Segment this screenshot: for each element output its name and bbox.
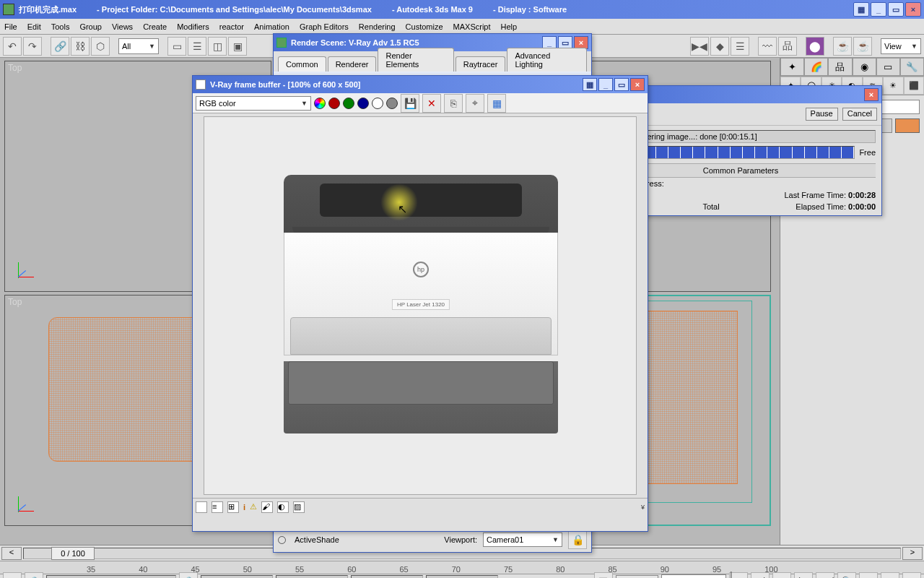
- tab-renderelements[interactable]: Render Elements: [378, 48, 453, 72]
- timeline-prev-button[interactable]: <: [1, 547, 22, 560]
- menu-edit[interactable]: Edit: [27, 22, 41, 31]
- vfb-warn-icon[interactable]: ⚠: [250, 502, 257, 512]
- dialog-minimize-button[interactable]: _: [598, 78, 613, 91]
- nav-zoom-icon[interactable]: 🔍: [837, 572, 856, 579]
- quick-render-button[interactable]: ☕: [853, 37, 872, 56]
- x-coord-input[interactable]: [201, 575, 273, 579]
- material-editor-button[interactable]: ⬤: [806, 37, 824, 56]
- object-color-swatch[interactable]: [895, 118, 920, 133]
- menu-group[interactable]: Group: [79, 22, 102, 31]
- vfb-tool-icon[interactable]: ⊞: [227, 501, 239, 513]
- cmd-cat-icon[interactable]: ⬛: [904, 77, 924, 95]
- vfb-titlebar[interactable]: V-Ray frame buffer - [100% of 600 x 500]…: [193, 76, 648, 93]
- track-mouse-button[interactable]: ⌖: [466, 94, 484, 113]
- app-close-button[interactable]: ×: [905, 2, 921, 17]
- viewport-lock-button[interactable]: 🔒: [568, 530, 587, 549]
- app-minimize-button[interactable]: _: [871, 2, 886, 17]
- link-button[interactable]: 🔗: [51, 37, 69, 56]
- vfb-grid-button[interactable]: ▦: [583, 78, 597, 91]
- autokey-button[interactable]: Auto Key: [616, 575, 658, 579]
- vfb-info-icon[interactable]: i: [243, 503, 245, 512]
- cmd-tab-hierarchy[interactable]: 品: [828, 58, 852, 76]
- render-scene-button[interactable]: ☕: [833, 37, 852, 56]
- save-image-button[interactable]: 💾: [401, 94, 419, 113]
- key-mode-dropdown[interactable]: Selected▼: [661, 574, 726, 579]
- clear-button[interactable]: ✕: [422, 94, 441, 113]
- dialog-maximize-button[interactable]: ▭: [614, 78, 629, 91]
- prev-frame-button[interactable]: ◀|: [751, 572, 770, 579]
- region-render-button[interactable]: ▦: [487, 94, 506, 113]
- cmd-tab-motion[interactable]: ◉: [853, 58, 876, 76]
- menu-rendering[interactable]: Rendering: [359, 22, 396, 31]
- viewport-dropdown[interactable]: Camera01▼: [483, 532, 562, 547]
- dialog-close-button[interactable]: ×: [630, 78, 645, 91]
- timeline-next-button[interactable]: >: [902, 547, 923, 560]
- cmd-tab-modify[interactable]: 🌈: [804, 58, 828, 76]
- vfb-tool-icon[interactable]: 🖌: [261, 501, 273, 513]
- undo-button[interactable]: ↶: [3, 37, 22, 56]
- time-slider-thumb[interactable]: 0 / 100: [51, 547, 95, 560]
- mono-channel-icon[interactable]: [386, 98, 398, 109]
- clone-button[interactable]: ⎘: [444, 94, 463, 113]
- goto-start-button[interactable]: |◀◀: [729, 572, 748, 579]
- alpha-channel-icon[interactable]: [372, 98, 383, 109]
- menu-file[interactable]: File: [4, 22, 17, 31]
- unlink-button[interactable]: ⛓: [71, 37, 90, 56]
- schematic-button[interactable]: 品: [778, 37, 797, 56]
- y-coord-input[interactable]: [276, 575, 348, 579]
- tab-adv-lighting[interactable]: Advanced Lighting: [507, 48, 587, 72]
- curve-editor-button[interactable]: 〰: [758, 37, 777, 56]
- next-frame-button[interactable]: |▶: [794, 572, 813, 579]
- tab-common[interactable]: Common: [278, 56, 326, 72]
- nav-region-icon[interactable]: ◫: [902, 572, 921, 579]
- lock-toggle[interactable]: 🔒: [25, 572, 43, 579]
- cmd-tab-create[interactable]: ✦: [780, 58, 804, 76]
- vfb-tool-icon[interactable]: ▨: [293, 501, 305, 513]
- play-button[interactable]: ▶: [772, 572, 791, 579]
- vfb-channel-dropdown[interactable]: RGB color▼: [196, 96, 311, 111]
- align-button[interactable]: ◆: [710, 37, 729, 56]
- tab-raytracer[interactable]: Raytracer: [456, 56, 506, 72]
- menu-reactor[interactable]: reactor: [219, 22, 244, 31]
- nav-zoomall-icon[interactable]: ⊡: [859, 572, 878, 579]
- z-coord-input[interactable]: [351, 575, 423, 579]
- menu-views[interactable]: Views: [112, 22, 133, 31]
- cmd-tab-display[interactable]: ▭: [876, 58, 900, 76]
- goto-end-button[interactable]: ▶▶|: [816, 572, 834, 579]
- menu-customize[interactable]: Customize: [406, 22, 443, 31]
- app-grid-button[interactable]: ▦: [853, 2, 869, 17]
- pause-button[interactable]: Pause: [806, 108, 838, 121]
- refcoord-dropdown[interactable]: View▼: [881, 38, 921, 54]
- menu-modifiers[interactable]: Modifiers: [177, 22, 209, 31]
- layers-button[interactable]: ☰: [731, 37, 749, 56]
- menu-animation[interactable]: Animation: [254, 22, 289, 31]
- app-maximize-button[interactable]: ▭: [888, 2, 904, 17]
- menu-grapheditors[interactable]: Graph Editors: [300, 22, 349, 31]
- menu-create[interactable]: Create: [143, 22, 167, 31]
- menu-maxscript[interactable]: MAXScript: [453, 22, 491, 31]
- rgb-channel-icon[interactable]: [314, 98, 326, 109]
- render-view[interactable]: hp HP Laser Jet 1320 ↖: [204, 116, 637, 495]
- menu-help[interactable]: Help: [501, 22, 518, 31]
- vfb-tool-icon[interactable]: ≡: [212, 501, 223, 513]
- select-button[interactable]: ▭: [167, 37, 186, 56]
- selection-filter-dropdown[interactable]: All▼: [118, 38, 159, 54]
- cmd-tab-utilities[interactable]: 🔧: [900, 58, 924, 76]
- redo-button[interactable]: ↷: [23, 37, 42, 56]
- snap-toggle[interactable]: ⊞: [3, 572, 22, 579]
- red-channel-icon[interactable]: [328, 98, 340, 109]
- vfb-tool-icon[interactable]: ◐: [277, 501, 289, 513]
- menu-tools[interactable]: Tools: [51, 22, 70, 31]
- mirror-button[interactable]: ▶◀: [690, 37, 709, 56]
- select-name-button[interactable]: ☰: [188, 37, 206, 56]
- coord-lock-icon[interactable]: 🔒: [179, 572, 198, 579]
- cancel-button[interactable]: Cancel: [842, 108, 877, 121]
- dialog-close-button[interactable]: ×: [864, 88, 879, 101]
- blue-channel-icon[interactable]: [357, 98, 369, 109]
- select-region-button[interactable]: ◫: [208, 37, 227, 56]
- vfb-tool-icon[interactable]: [196, 501, 207, 513]
- window-crossing-button[interactable]: ▣: [228, 37, 247, 56]
- chevron-down-icon[interactable]: ¥: [641, 504, 645, 511]
- bind-button[interactable]: ⬡: [91, 37, 110, 56]
- tab-renderer[interactable]: Renderer: [328, 56, 377, 72]
